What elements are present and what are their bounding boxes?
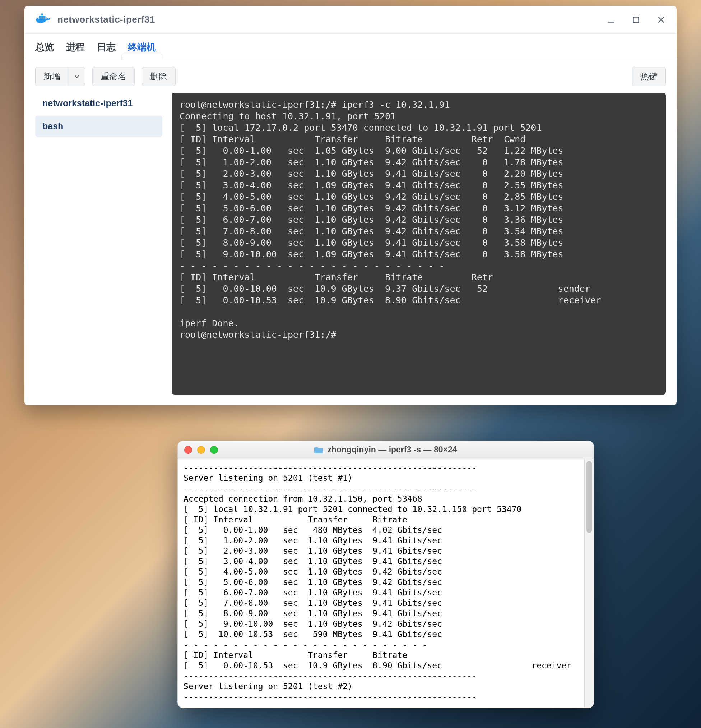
macos-titlebar: zhongqinyin — iperf3 -s — 80×24 — [178, 441, 594, 459]
svg-rect-5 — [41, 16, 43, 18]
folder-icon — [314, 446, 323, 454]
close-button[interactable] — [656, 15, 666, 25]
maximize-button[interactable] — [631, 15, 641, 25]
close-traffic-icon[interactable] — [184, 446, 192, 454]
terminal-session-list: networkstatic-iperf31 bash — [35, 93, 162, 394]
tab-process[interactable]: 进程 — [66, 41, 85, 60]
docker-window-title: networkstatic-iperf31 — [58, 14, 155, 25]
docker-logo-icon — [35, 13, 51, 26]
docker-titlebar: networkstatic-iperf31 — [25, 6, 676, 34]
sidebar-item-bash[interactable]: bash — [35, 116, 162, 137]
tab-log[interactable]: 日志 — [97, 41, 115, 60]
chevron-down-icon[interactable] — [69, 74, 85, 79]
docker-tabs: 总览 进程 日志 终端机 — [25, 34, 676, 61]
tab-overview[interactable]: 总览 — [35, 41, 54, 60]
sidebar-item-iperf[interactable]: networkstatic-iperf31 — [35, 93, 162, 114]
tab-terminal[interactable]: 终端机 — [128, 41, 156, 60]
svg-rect-6 — [43, 16, 46, 18]
scrollbar-thumb[interactable] — [586, 461, 592, 533]
rename-button[interactable]: 重命名 — [92, 67, 135, 86]
docker-terminal-output[interactable]: root@networkstatic-iperf31:/# iperf3 -c … — [172, 93, 666, 394]
hotkeys-button[interactable]: 热键 — [632, 67, 666, 86]
new-button[interactable]: 新增 — [35, 67, 85, 86]
minimize-button[interactable] — [606, 15, 616, 25]
zoom-traffic-icon[interactable] — [210, 446, 218, 454]
macos-terminal-output[interactable]: ----------------------------------------… — [178, 459, 584, 708]
docker-toolbar: 新增 重命名 删除 热键 — [25, 61, 676, 93]
svg-rect-7 — [41, 13, 43, 16]
macos-window-title: zhongqinyin — iperf3 -s — 80×24 — [327, 445, 457, 455]
traffic-lights — [184, 446, 218, 454]
docker-window: networkstatic-iperf31 总览 进程 日志 终端机 新增 重命… — [25, 6, 676, 405]
scrollbar[interactable] — [584, 459, 594, 708]
minimize-traffic-icon[interactable] — [197, 446, 205, 454]
svg-rect-4 — [39, 16, 41, 18]
new-button-label: 新增 — [36, 67, 69, 86]
delete-button[interactable]: 删除 — [142, 67, 176, 86]
svg-rect-9 — [633, 17, 639, 22]
macos-terminal-window: zhongqinyin — iperf3 -s — 80×24 --------… — [177, 441, 594, 708]
